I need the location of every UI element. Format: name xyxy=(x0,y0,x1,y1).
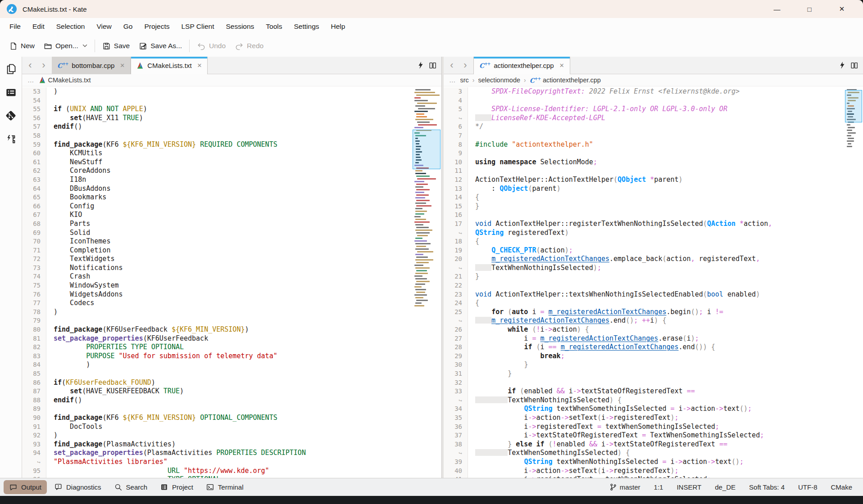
minimap-scrollbar[interactable] xyxy=(413,87,441,478)
menu-go[interactable]: Go xyxy=(118,20,139,33)
sidebar-lsp-symbols-button[interactable] xyxy=(4,132,18,146)
breadcrumb-separator: › xyxy=(524,76,526,84)
menu-projects[interactable]: Projects xyxy=(138,20,175,33)
minimize-button[interactable]: — xyxy=(767,2,787,16)
menu-tools[interactable]: Tools xyxy=(260,20,288,33)
toolview-output-button[interactable]: Output xyxy=(4,480,47,494)
menu-lsp-client[interactable]: LSP Client xyxy=(175,20,220,33)
history-forward-button[interactable]: › xyxy=(459,60,472,70)
redo-button[interactable]: Redo xyxy=(230,38,268,54)
code-line: 70 IconThemes xyxy=(22,237,441,246)
line-number: 84 xyxy=(22,360,46,369)
minimap-viewport[interactable] xyxy=(845,90,862,122)
line-number: 8 xyxy=(444,140,468,149)
breadcrumb-ellipsis-button[interactable]: … xyxy=(27,76,35,84)
close-icon[interactable]: ✕ xyxy=(559,62,564,69)
cpp-file-icon: C++ xyxy=(57,62,68,69)
toolview-terminal-button[interactable]: Terminal xyxy=(200,480,249,494)
split-view-button[interactable] xyxy=(850,61,858,70)
tab-bottombar-cpp[interactable]: C++bottombar.cpp✕ xyxy=(52,57,131,74)
code-line: 15} xyxy=(444,202,863,211)
line-number: 35 xyxy=(444,414,468,423)
code-line: 57endif() xyxy=(22,122,441,131)
sidebar-documents-button[interactable] xyxy=(4,62,18,76)
line-number: 39 xyxy=(444,458,468,467)
code-line: 35 i->action->setText(i->registeredText)… xyxy=(444,414,863,423)
line-number: 36 xyxy=(444,423,468,432)
breadcrumb-cmakelists-txt[interactable]: CMakeLists.txt xyxy=(39,76,91,84)
status-tab-mode[interactable]: Soft Tabs: 4 xyxy=(749,483,785,491)
save-as-button[interactable]: Save As... xyxy=(134,39,186,54)
history-back-button[interactable]: ‹ xyxy=(445,60,458,70)
minimap-scrollbar[interactable] xyxy=(845,87,862,478)
status-git-branch[interactable]: master xyxy=(609,483,640,491)
code-line: 61 NewStuff xyxy=(22,158,441,167)
main-area: ‹›C++bottombar.cpp✕CMakeLists.txt✕…CMake… xyxy=(0,57,863,478)
line-number: 72 xyxy=(22,255,46,264)
sidebar-git-button[interactable] xyxy=(4,109,18,122)
history-forward-button[interactable]: › xyxy=(37,60,50,70)
code-line: 95 URL "https://www.kde.org" xyxy=(22,467,441,476)
line-number: 12 xyxy=(444,176,468,184)
line-number: 22 xyxy=(444,281,468,290)
line-number: 4 xyxy=(444,96,468,105)
menu-edit[interactable]: Edit xyxy=(27,20,50,33)
kate-app-icon xyxy=(6,4,17,14)
status-encoding[interactable]: UTF-8 xyxy=(798,483,818,491)
status-highlight-mode[interactable]: CMake xyxy=(831,483,852,491)
line-number: 74 xyxy=(22,272,46,281)
left-sidebar-rail xyxy=(0,57,22,478)
redo-icon xyxy=(235,41,244,50)
line-number: 37 xyxy=(444,431,468,440)
status-input-mode[interactable]: INSERT xyxy=(677,483,701,491)
code-line: 8#include "actiontexthelper.h" xyxy=(444,140,863,149)
toolview-diagnostics-button[interactable]: Diagnostics xyxy=(49,480,107,494)
code-line: 66 Config xyxy=(22,202,441,211)
menu-sessions[interactable]: Sessions xyxy=(220,20,260,33)
menu-view[interactable]: View xyxy=(91,20,117,33)
maximize-button[interactable]: □ xyxy=(799,2,820,16)
breadcrumb-selectionmode[interactable]: selectionmode xyxy=(478,76,521,84)
status-cursor-position[interactable]: 1:1 xyxy=(654,483,663,491)
quick-open-button[interactable] xyxy=(418,61,424,69)
new-button[interactable]: New xyxy=(5,39,39,54)
quick-open-button[interactable] xyxy=(839,61,845,69)
tab-cmakelists-txt[interactable]: CMakeLists.txt✕ xyxy=(131,57,208,74)
split-view-button[interactable] xyxy=(428,61,437,70)
code-line: 38 } else if (!enabled && i->textStateOf… xyxy=(444,440,863,449)
wrapped-line: ↪"PlasmaActivities libraries" xyxy=(22,458,441,467)
line-number: 14 xyxy=(444,193,468,202)
toolview-project-button[interactable]: Project xyxy=(154,480,199,494)
close-button[interactable]: ✕ xyxy=(831,2,852,16)
status-dictionary[interactable]: de_DE xyxy=(715,483,736,491)
tab-actiontexthelper-cpp[interactable]: C++actiontexthelper.cpp✕ xyxy=(473,57,570,74)
menu-file[interactable]: File xyxy=(4,20,27,33)
tab-bar: ‹›C++actiontexthelper.cpp✕ xyxy=(444,57,863,74)
menu-help[interactable]: Help xyxy=(325,20,351,33)
close-icon[interactable]: ✕ xyxy=(120,62,125,69)
breadcrumb-actiontexthelper-cpp[interactable]: C++actiontexthelper.cpp xyxy=(530,76,601,84)
breadcrumb: …CMakeLists.txt xyxy=(22,74,441,86)
toolview-search-button[interactable]: Search xyxy=(109,480,153,494)
sidebar-filesystem-button[interactable] xyxy=(4,86,18,99)
chevron-down-icon[interactable] xyxy=(82,44,87,48)
text-editor[interactable]: 3 SPDX-FileCopyrightText: 2022 Felix Ern… xyxy=(444,86,863,478)
code-line: 40 i->action->setText(i->registeredText)… xyxy=(444,467,863,476)
toolbar-separator xyxy=(189,40,190,52)
close-icon[interactable]: ✕ xyxy=(197,62,202,69)
text-editor[interactable]: 53)5455if (UNIX AND NOT APPLE)56 set(HAV… xyxy=(22,86,441,478)
breadcrumb-ellipsis-button[interactable]: … xyxy=(448,76,457,84)
menu-selection[interactable]: Selection xyxy=(50,20,91,33)
open-button[interactable]: Open... xyxy=(39,39,92,54)
code-line: 53) xyxy=(22,87,441,96)
minimap-viewport[interactable] xyxy=(413,130,441,169)
history-back-button[interactable]: ‹ xyxy=(24,60,36,70)
save-button[interactable]: Save xyxy=(98,39,134,54)
cmake-file-icon xyxy=(39,76,46,84)
breadcrumb-src[interactable]: src xyxy=(460,76,469,84)
wrapped-line: ↪TextWhenSomethingIsSelected) { xyxy=(444,449,863,458)
menu-settings[interactable]: Settings xyxy=(288,20,325,33)
tab-label: actiontexthelper.cpp xyxy=(494,62,554,69)
undo-button[interactable]: Undo xyxy=(192,38,230,54)
code-line: 22 xyxy=(444,281,863,290)
